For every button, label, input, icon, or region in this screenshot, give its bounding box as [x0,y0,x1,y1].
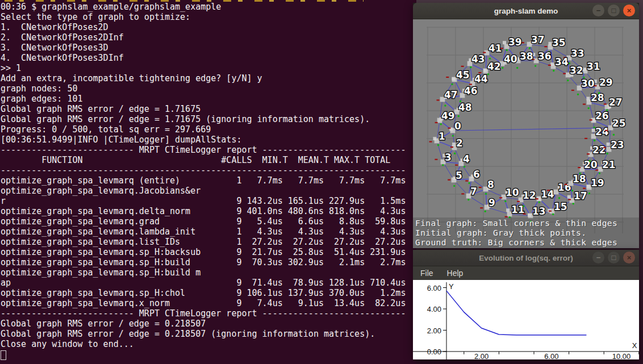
terminal-output: 00:36 $ graphslam_example/graphslam_exam… [0,0,416,349]
legend-line-final: Final graph: Small corners & thin edges [415,219,617,228]
svg-text:28: 28 [591,92,604,103]
svg-text:27: 27 [609,97,623,108]
svg-text:44: 44 [474,73,488,85]
desktop: 00:36 $ graphslam_example/graphslam_exam… [0,0,643,364]
svg-text:19: 19 [591,177,604,189]
svg-text:37: 37 [531,34,545,45]
svg-text:34: 34 [555,56,569,68]
svg-text:4.00: 4.00 [427,305,441,313]
window-controls: − □ × [592,252,635,263]
svg-text:13: 13 [532,206,546,217]
svg-text:30: 30 [581,78,595,89]
menubar: File Help [413,266,639,280]
svg-text:29: 29 [599,77,613,88]
svg-text:38: 38 [520,51,533,62]
svg-text:7: 7 [470,186,477,197]
maximize-icon[interactable]: □ [608,252,620,263]
graph-window-title: graph-slam demo [494,7,558,15]
svg-text:9: 9 [488,197,495,208]
svg-text:21: 21 [602,159,616,170]
svg-text:10.00: 10.00 [612,352,631,359]
svg-text:43: 43 [471,53,485,65]
svg-text:46: 46 [464,85,478,97]
menu-item-help[interactable]: Help [447,269,464,278]
svg-text:11: 11 [511,204,525,215]
minimize-icon[interactable]: − [592,5,604,16]
svg-text:6.00: 6.00 [427,284,441,292]
error-window-titlebar[interactable]: Evolution of log(sq. error) − □ × [413,250,639,266]
error-chart-canvas: 0.002.004.006.002.006.0010.00YX [413,280,639,359]
svg-text:39: 39 [508,36,522,48]
menu-item-file[interactable]: File [420,269,433,278]
svg-text:24: 24 [595,126,609,137]
svg-text:33: 33 [571,48,584,59]
svg-text:17: 17 [574,190,587,202]
error-window-title: Evolution of log(sq. error) [479,254,573,262]
svg-text:26: 26 [595,110,609,122]
svg-text:49: 49 [441,110,455,122]
svg-text:1: 1 [439,131,445,142]
minimize-icon[interactable]: − [592,252,604,263]
svg-text:3: 3 [445,152,452,163]
svg-text:10: 10 [506,187,519,198]
svg-text:4: 4 [463,153,470,165]
svg-text:Y: Y [449,282,454,291]
close-icon[interactable]: × [623,252,635,263]
svg-text:X: X [632,341,637,350]
svg-text:8: 8 [487,179,494,190]
legend-overlay: Final graph: Small corners & thin edges … [413,217,639,248]
window-controls: − □ × [592,5,635,16]
svg-text:6.00: 6.00 [544,352,558,359]
svg-text:23: 23 [611,139,624,150]
svg-text:45: 45 [456,69,470,81]
legend-line-initial: Initial graph: Gray thick points. [415,228,586,237]
svg-text:2.00: 2.00 [427,327,441,335]
svg-text:5: 5 [456,170,462,181]
svg-text:48: 48 [458,102,472,113]
graph-window-titlebar[interactable]: graph-slam demo − □ × [413,3,639,19]
svg-text:47: 47 [444,89,458,101]
svg-text:35: 35 [552,37,566,48]
svg-text:32: 32 [570,65,583,76]
svg-text:31: 31 [587,61,600,72]
svg-text:15: 15 [554,201,567,212]
svg-text:2.00: 2.00 [474,352,488,359]
legend-line-ground: Ground truth: Big corners & thick edges [415,238,617,247]
graph-3d-viewport[interactable]: 0123456789101112131415161718192021222324… [413,19,639,248]
svg-text:0: 0 [454,120,461,132]
svg-text:18: 18 [573,173,586,185]
svg-text:6: 6 [473,169,480,180]
svg-text:36: 36 [538,51,552,62]
svg-text:0.00: 0.00 [427,348,441,356]
terminal-window[interactable]: 00:36 $ graphslam_example/graphslam_exam… [0,0,416,364]
close-icon[interactable]: × [623,5,635,16]
svg-text:42: 42 [487,61,501,72]
terminal-cursor [1,350,6,360]
svg-text:41: 41 [488,43,502,54]
svg-text:12: 12 [523,190,536,201]
svg-text:25: 25 [612,118,626,129]
svg-text:2: 2 [456,137,463,149]
clipped-previous-line-artifact [5,0,364,2]
svg-text:22: 22 [592,144,606,156]
maximize-icon[interactable]: □ [608,5,620,16]
svg-text:40: 40 [504,53,517,65]
graph-canvas: 0123456789101112131415161718192021222324… [413,19,639,248]
graph-slam-demo-window: graph-slam demo − □ × 012345678910111213… [413,3,639,248]
error-plot-window: Evolution of log(sq. error) − □ × File H… [413,250,639,359]
error-chart-area: 0.002.004.006.002.006.0010.00YX [413,280,639,359]
